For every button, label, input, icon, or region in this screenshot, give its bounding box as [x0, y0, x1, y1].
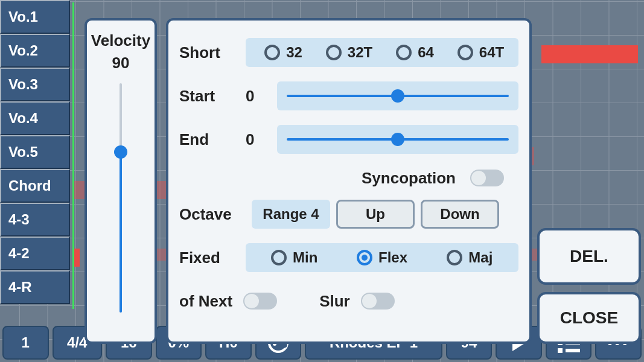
short-row: Short 32 32T 64 64T [179, 35, 518, 70]
ofnext-label: of Next [179, 292, 232, 311]
track-chord[interactable]: Chord [0, 169, 70, 203]
playhead-line [72, 2, 74, 309]
opt-label: Flex [378, 249, 407, 266]
velocity-thumb[interactable] [114, 145, 127, 159]
opt-label: Maj [468, 249, 493, 266]
opt-label: 64T [479, 44, 504, 61]
range-label: Range 4 [263, 206, 319, 223]
syncopation-row: Syncopation [179, 160, 518, 195]
up-label: Up [366, 206, 385, 223]
toggle-knob [362, 294, 377, 308]
track-label: Vo.2 [8, 42, 38, 59]
page-button[interactable]: 1 [2, 326, 49, 360]
end-label: End [179, 130, 246, 149]
opt-label: 32 [286, 44, 302, 61]
track-4-3[interactable]: 4-3 [0, 203, 70, 237]
close-button[interactable]: CLOSE [537, 292, 641, 344]
short-opt-32[interactable]: 32 [250, 44, 316, 61]
slider-thumb[interactable] [391, 89, 404, 103]
note-editor-panel: Short 32 32T 64 64T Start 0 End 0 Syncop… [166, 18, 532, 344]
down-label: Down [440, 206, 479, 223]
opt-label: Min [293, 249, 317, 266]
track-label: 4-2 [8, 245, 30, 262]
syncopation-label: Syncopation [362, 169, 456, 188]
radio-icon [357, 250, 372, 265]
ofnext-toggle[interactable] [243, 293, 277, 310]
start-slider[interactable] [277, 81, 518, 110]
track-label: Chord [8, 177, 51, 194]
ofnext-slur-row: of Next Slur [179, 284, 518, 319]
start-label: Start [179, 87, 246, 106]
track-vo2[interactable]: Vo.2 [0, 34, 70, 68]
track-vo4[interactable]: Vo.4 [0, 101, 70, 135]
radio-icon [326, 45, 342, 60]
fixed-opt-flex[interactable]: Flex [338, 249, 426, 266]
velocity-fill [120, 152, 122, 313]
start-row: Start 0 [179, 78, 518, 113]
octave-range[interactable]: Range 4 [252, 200, 330, 229]
radio-icon [457, 45, 473, 60]
slider-thumb[interactable] [391, 133, 404, 146]
opt-label: 32T [348, 44, 372, 61]
track-vo1[interactable]: Vo.1 [0, 0, 70, 34]
fixed-label: Fixed [179, 249, 246, 267]
radio-icon [396, 45, 412, 60]
short-segment: 32 32T 64 64T [246, 38, 518, 67]
toggle-knob [244, 294, 259, 308]
velocity-slider[interactable] [87, 83, 155, 313]
start-value: 0 [246, 87, 273, 106]
end-row: End 0 [179, 122, 518, 157]
page-label: 1 [22, 334, 30, 351]
fixed-segment: Min Flex Maj [246, 243, 518, 272]
radio-icon [264, 45, 280, 60]
fixed-opt-maj[interactable]: Maj [426, 249, 514, 266]
track-label: Vo.3 [8, 76, 38, 93]
note-bar [541, 45, 638, 63]
toggle-knob [471, 171, 486, 185]
octave-label: Octave [179, 205, 246, 224]
velocity-panel: Velocity 90 [84, 18, 157, 344]
fixed-row: Fixed Min Flex Maj [179, 240, 518, 275]
track-sidebar: Vo.1 Vo.2 Vo.3 Vo.4 Vo.5 Chord 4-3 4-2 4… [0, 0, 71, 304]
fixed-opt-min[interactable]: Min [250, 249, 338, 266]
track-vo5[interactable]: Vo.5 [0, 135, 70, 169]
opt-label: 64 [418, 44, 434, 61]
short-opt-64[interactable]: 64 [382, 44, 448, 61]
track-vo3[interactable]: Vo.3 [0, 68, 70, 101]
velocity-value: 90 [87, 54, 155, 72]
slur-label: Slur [319, 292, 350, 311]
octave-down-button[interactable]: Down [421, 200, 499, 229]
end-value: 0 [246, 130, 273, 149]
track-label: Vo.4 [8, 110, 38, 127]
short-label: Short [179, 43, 246, 62]
slur-toggle[interactable] [361, 293, 395, 310]
track-4-r[interactable]: 4-R [0, 270, 70, 304]
short-opt-32t[interactable]: 32T [316, 44, 382, 61]
track-label: 4-3 [8, 211, 30, 228]
delete-button[interactable]: DEL. [537, 228, 641, 285]
track-label: Vo.1 [8, 8, 38, 25]
radio-icon [271, 250, 287, 265]
radio-icon [447, 250, 462, 265]
octave-up-button[interactable]: Up [336, 200, 415, 229]
end-slider[interactable] [277, 125, 518, 154]
close-label: CLOSE [560, 308, 618, 328]
track-label: 4-R [8, 279, 32, 296]
track-label: Vo.5 [8, 144, 38, 160]
syncopation-toggle[interactable] [470, 170, 504, 186]
octave-row: Octave Range 4 Up Down [179, 197, 518, 232]
track-4-2[interactable]: 4-2 [0, 237, 70, 270]
velocity-label: Velocity [87, 31, 155, 50]
short-opt-64t[interactable]: 64T [448, 44, 514, 61]
delete-label: DEL. [570, 247, 608, 266]
